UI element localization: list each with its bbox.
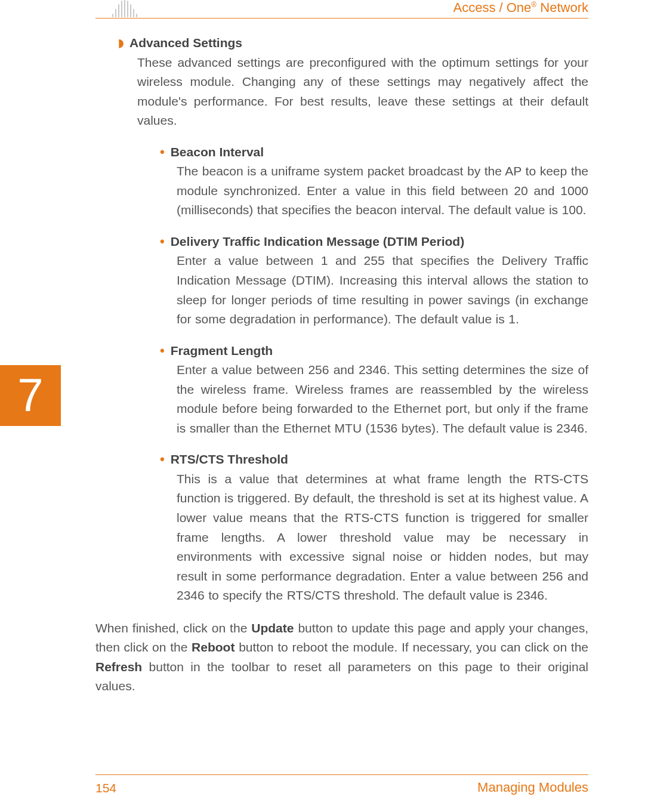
item-title-text: Beacon Interval (171, 145, 264, 159)
item-title: •Fragment Length (160, 341, 588, 361)
bullet-arrow-icon: ◗ (118, 35, 124, 52)
brand-suffix: Network (536, 0, 588, 15)
update-button-ref: Update (251, 621, 294, 635)
item-rts-cts-threshold: •RTS/CTS Threshold This is a value that … (160, 450, 588, 605)
item-title-text: Delivery Traffic Indication Message (DTI… (171, 234, 464, 248)
item-title: •Delivery Traffic Indication Message (DT… (160, 232, 588, 252)
item-body: This is a value that determines at what … (177, 470, 588, 606)
item-dtim-period: •Delivery Traffic Indication Message (DT… (160, 232, 588, 329)
closing-text: When finished, click on the (95, 621, 251, 635)
section-title-text: Advanced Settings (129, 36, 242, 50)
page-number: 154 (95, 781, 116, 795)
item-fragment-length: •Fragment Length Enter a value between 2… (160, 341, 588, 439)
brand-reg: ® (531, 1, 536, 9)
section-intro: These advanced settings are preconfigure… (137, 53, 588, 131)
reboot-button-ref: Reboot (192, 640, 235, 654)
bullet-dot-icon: • (160, 452, 165, 467)
header-rule (95, 18, 588, 18)
closing-text: button to reboot the module. If necessar… (235, 640, 588, 654)
bullet-dot-icon: • (160, 234, 165, 249)
document-page: Access / One® Network 7 ◗Advanced Settin… (0, 0, 654, 812)
item-title: •RTS/CTS Threshold (160, 450, 588, 470)
brand-logo-icon (110, 0, 140, 20)
chapter-tab: 7 (0, 365, 61, 426)
item-title: •Beacon Interval (160, 143, 588, 162)
bullet-dot-icon: • (160, 144, 165, 159)
closing-paragraph: When finished, click on the Update butto… (95, 619, 588, 696)
footer-rule (95, 774, 588, 775)
brand-prefix: Access / One (454, 0, 532, 15)
closing-text: button in the toolbar to reset all param… (95, 660, 588, 693)
bullet-dot-icon: • (160, 343, 165, 358)
section-title: ◗Advanced Settings (118, 33, 588, 53)
refresh-button-ref: Refresh (95, 660, 142, 674)
footer-title: Managing Modules (477, 780, 588, 795)
section-advanced-settings: ◗Advanced Settings These advanced settin… (118, 33, 588, 606)
item-title-text: RTS/CTS Threshold (171, 452, 288, 466)
header-brand: Access / One® Network (454, 0, 588, 16)
item-body: The beacon is a uniframe system packet b… (177, 162, 588, 220)
item-beacon-interval: •Beacon Interval The beacon is a unifram… (160, 143, 588, 220)
page-content: ◗Advanced Settings These advanced settin… (95, 33, 588, 696)
chapter-number: 7 (17, 369, 43, 421)
item-body: Enter a value between 1 and 255 that spe… (177, 251, 588, 329)
item-title-text: Fragment Length (171, 344, 273, 357)
item-body: Enter a value between 256 and 2346. This… (177, 360, 588, 438)
